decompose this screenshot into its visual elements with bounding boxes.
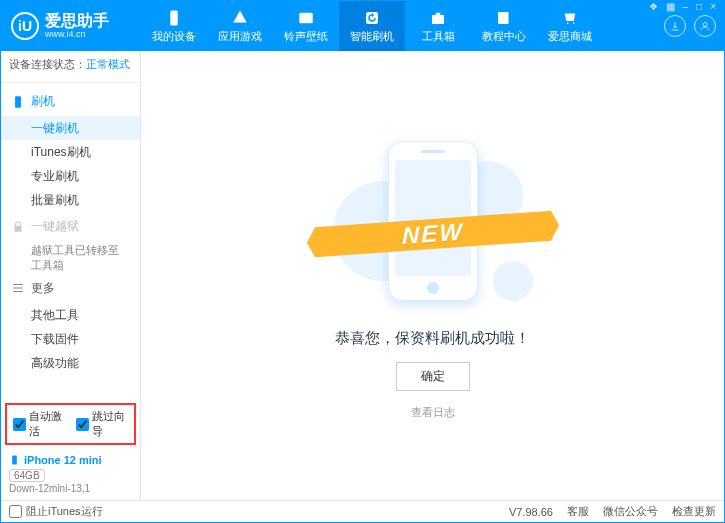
connection-status: 设备连接状态：正常模式 (1, 51, 140, 78)
wechat-link[interactable]: 微信公众号 (603, 504, 658, 519)
svg-rect-0 (170, 10, 178, 25)
storage-badge: 64GB (9, 469, 45, 482)
download-button[interactable] (664, 15, 686, 37)
cart-icon (561, 9, 579, 27)
nav-label: 我的设备 (152, 29, 196, 44)
device-card[interactable]: iPhone 12 mini 64GB Down-12mini-13,1 (1, 449, 140, 500)
user-button[interactable] (694, 15, 716, 37)
main-panel: NEW 恭喜您，保资料刷机成功啦！ 确定 查看日志 (141, 51, 724, 500)
phone-icon (9, 453, 20, 467)
status-bar: 阻止iTunes运行 V7.98.66 客服 微信公众号 检查更新 (1, 500, 724, 522)
logo-icon: iU (11, 12, 39, 40)
jailbreak-note: 越狱工具已转移至 工具箱 (1, 243, 140, 274)
nav-apps[interactable]: 应用游戏 (207, 1, 273, 51)
nav-flash[interactable]: 智能刷机 (339, 1, 405, 51)
device-id: Down-12mini-13,1 (9, 483, 132, 494)
sidebar-other-tools[interactable]: 其他工具 (1, 303, 140, 327)
top-right-actions (664, 15, 724, 37)
svg-rect-1 (299, 12, 313, 23)
confirm-button[interactable]: 确定 (396, 362, 470, 391)
skin-icon[interactable]: ▦ (664, 1, 677, 12)
skip-guide-checkbox[interactable]: 跳过向导 (76, 409, 129, 439)
nav-label: 教程中心 (482, 29, 526, 44)
nav-store[interactable]: 爱思商城 (537, 1, 603, 51)
nav-label: 工具箱 (422, 29, 455, 44)
success-message: 恭喜您，保资料刷机成功啦！ (335, 329, 530, 348)
refresh-icon (363, 9, 381, 27)
sidebar: 设备连接状态：正常模式 刷机 一键刷机 iTunes刷机 专业刷机 批量刷机 一… (1, 51, 141, 500)
phone-icon (11, 95, 25, 109)
nav-label: 智能刷机 (350, 29, 394, 44)
nav-label: 应用游戏 (218, 29, 262, 44)
svg-rect-5 (12, 455, 17, 464)
svg-rect-4 (15, 96, 21, 108)
sidebar-pro-flash[interactable]: 专业刷机 (1, 164, 140, 188)
menu-icon (11, 281, 25, 295)
sidebar-itunes-flash[interactable]: iTunes刷机 (1, 140, 140, 164)
nav-toolbox[interactable]: 工具箱 (405, 1, 471, 51)
app-name: 爱思助手 (45, 13, 109, 29)
flash-options: 自动激活 跳过向导 (5, 403, 136, 445)
sidebar-batch-flash[interactable]: 批量刷机 (1, 188, 140, 212)
book-icon (495, 9, 513, 27)
svg-point-3 (703, 23, 707, 27)
view-log-link[interactable]: 查看日志 (411, 405, 455, 420)
nav-label: 铃声壁纸 (284, 29, 328, 44)
sidebar-advanced[interactable]: 高级功能 (1, 351, 140, 375)
check-update-link[interactable]: 检查更新 (672, 504, 716, 519)
wallpaper-icon (297, 9, 315, 27)
success-illustration: NEW (333, 131, 533, 311)
sidebar-more-head[interactable]: 更多 (1, 274, 140, 303)
close-icon[interactable]: × (708, 1, 718, 12)
sidebar-jailbreak-head[interactable]: 一键越狱 (1, 212, 140, 241)
sidebar-onekey-flash[interactable]: 一键刷机 (1, 116, 140, 140)
customer-service-link[interactable]: 客服 (567, 504, 589, 519)
sidebar-download-firmware[interactable]: 下载固件 (1, 327, 140, 351)
settings-icon[interactable]: ❖ (647, 1, 660, 12)
nav-ringtones[interactable]: 铃声壁纸 (273, 1, 339, 51)
maximize-icon[interactable]: □ (694, 1, 704, 12)
phone-icon (165, 9, 183, 27)
top-bar: iU 爱思助手 www.i4.cn 我的设备 应用游戏 铃声壁纸 智能刷机 工具… (1, 1, 724, 51)
top-nav: 我的设备 应用游戏 铃声壁纸 智能刷机 工具箱 教程中心 爱思商城 (141, 1, 664, 51)
logo[interactable]: iU 爱思助手 www.i4.cn (1, 12, 141, 40)
nav-tutorials[interactable]: 教程中心 (471, 1, 537, 51)
lock-icon (11, 220, 25, 234)
app-url: www.i4.cn (45, 29, 109, 39)
apps-icon (231, 9, 249, 27)
nav-my-device[interactable]: 我的设备 (141, 1, 207, 51)
toolbox-icon (429, 9, 447, 27)
version-label: V7.98.66 (509, 506, 553, 518)
nav-label: 爱思商城 (548, 29, 592, 44)
block-itunes-checkbox[interactable]: 阻止iTunes运行 (9, 504, 103, 519)
auto-activate-checkbox[interactable]: 自动激活 (13, 409, 66, 439)
sidebar-flash-head[interactable]: 刷机 (0, 87, 140, 116)
minimize-icon[interactable]: – (681, 1, 691, 12)
window-controls: ❖ ▦ – □ × (647, 1, 718, 12)
